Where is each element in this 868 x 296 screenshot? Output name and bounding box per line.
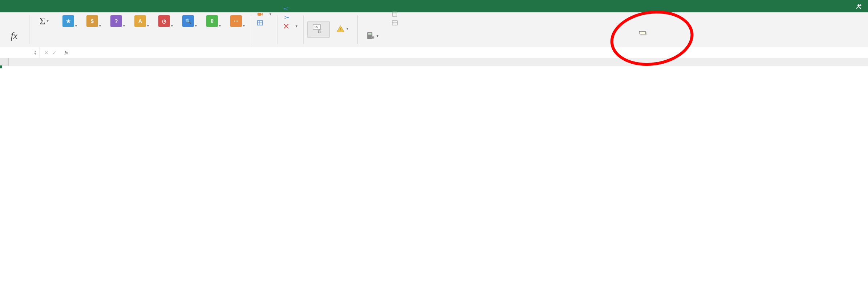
name-box[interactable]: ▲▼ [0, 47, 40, 58]
trace-precedents-icon [283, 5, 290, 12]
coins-icon: $▼ [86, 15, 98, 27]
calc-now-icon [391, 11, 398, 18]
svg-point-0 [857, 4, 860, 7]
text-icon: A▼ [134, 15, 146, 27]
tag-icon [256, 11, 264, 18]
svg-point-8 [287, 17, 289, 18]
svg-point-21 [372, 37, 373, 38]
financial-button[interactable]: $▼ [81, 15, 104, 29]
fx-icon: fx [11, 31, 18, 41]
spreadsheet-grid[interactable] [0, 58, 868, 66]
selection-outline [0, 66, 1, 68]
insert-function-button[interactable]: fx [3, 29, 25, 44]
trace-dependents-icon [283, 14, 290, 21]
ribbon-tabs [0, 0, 868, 12]
svg-line-10 [284, 17, 287, 19]
grid-icon [256, 19, 264, 27]
svg-text:fx: fx [318, 29, 321, 33]
calculate-now-button[interactable] [390, 11, 402, 18]
enter-icon[interactable]: ✓ [52, 50, 57, 56]
calc-sheet-icon [391, 19, 398, 27]
svg-rect-19 [368, 33, 371, 35]
name-box-stepper[interactable]: ▲▼ [34, 50, 37, 55]
error-checking-button[interactable]: !▼ [331, 22, 354, 37]
share-button[interactable] [852, 0, 868, 12]
warning-icon: !▼ [336, 22, 349, 35]
show-formulas-icon: 15fx [312, 22, 325, 35]
ribbon: fx Σ▼ ★▼ $▼ ?▼ A▼ ◷▼ 🔍▼ [0, 12, 868, 47]
clock-icon: ◷▼ [158, 15, 170, 27]
svg-text:!: ! [340, 27, 341, 32]
calculator-icon: ▼ [366, 29, 379, 43]
remove-arrows-icon [283, 23, 290, 30]
show-formulas-button[interactable]: 15fx [307, 21, 330, 38]
svg-line-9 [284, 16, 287, 17]
svg-text:15: 15 [314, 25, 318, 29]
more-functions-button[interactable]: ⋯▼ [225, 15, 247, 29]
logical-button[interactable]: ?▼ [105, 15, 127, 29]
dots-icon: ⋯▼ [230, 15, 242, 27]
svg-line-7 [285, 9, 288, 10]
create-from-selection-button[interactable] [255, 19, 267, 27]
svg-rect-23 [393, 12, 396, 13]
trace-dependents-button[interactable] [281, 14, 293, 21]
calculation-options-button[interactable]: ▼ [361, 29, 384, 44]
svg-rect-24 [392, 21, 397, 25]
search-icon: 🔍▼ [182, 15, 194, 27]
fx-label-icon[interactable]: fx [61, 50, 72, 56]
text-button[interactable]: A▼ [129, 15, 151, 29]
formula-input[interactable] [72, 50, 868, 56]
recently-used-button[interactable]: ★▼ [57, 15, 80, 29]
svg-point-5 [284, 8, 285, 9]
sigma-icon: Σ [39, 15, 45, 27]
date-time-button[interactable]: ◷▼ [153, 15, 175, 29]
svg-rect-1 [257, 13, 261, 16]
svg-line-6 [285, 7, 288, 9]
svg-rect-2 [257, 21, 263, 25]
calculate-sheet-button[interactable] [390, 19, 402, 27]
tooltip-show-formulas [639, 31, 646, 34]
define-name-button[interactable]: ▼ [255, 11, 273, 18]
lookup-reference-button[interactable]: 🔍▼ [177, 15, 199, 29]
select-all-corner[interactable] [0, 58, 9, 66]
cancel-icon[interactable]: ✕ [44, 50, 49, 56]
math-trig-button[interactable]: θ▼ [201, 15, 223, 29]
star-icon: ★▼ [62, 15, 74, 27]
question-icon: ?▼ [110, 15, 122, 27]
formula-bar: ▲▼ ✕ ✓ fx [0, 47, 868, 58]
autosum-button[interactable]: Σ▼ [33, 15, 56, 29]
trace-precedents-button[interactable] [281, 5, 293, 12]
remove-arrows-button[interactable]: ▼ [281, 23, 300, 30]
theta-icon: θ▼ [206, 15, 218, 27]
